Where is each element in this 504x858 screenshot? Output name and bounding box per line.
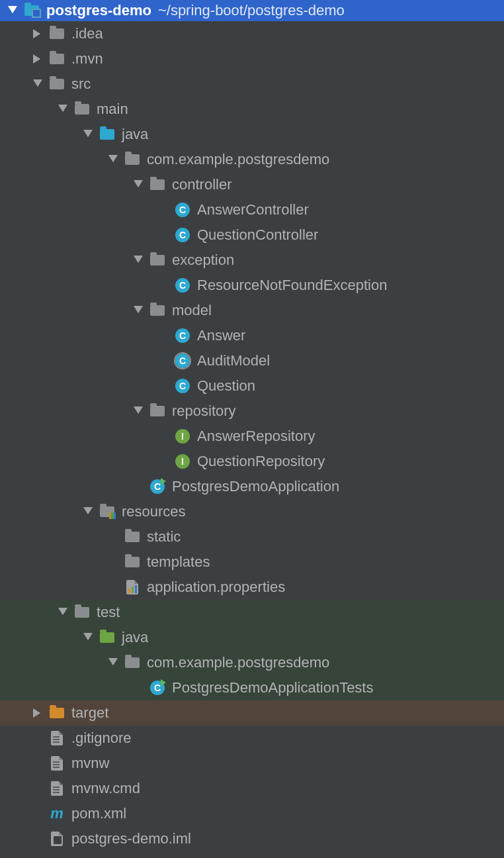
- tree-item-label: mvnw: [71, 756, 109, 771]
- svg-marker-0: [8, 6, 17, 13]
- tree-item-label: Question: [197, 379, 255, 393]
- svg-marker-10: [134, 406, 143, 414]
- tree-item-label: src: [71, 77, 91, 91]
- tree-row[interactable]: CAuditModel: [0, 348, 504, 373]
- tree-row[interactable]: IAnswerRepository: [0, 424, 504, 449]
- tree-row[interactable]: CQuestionController: [0, 222, 504, 248]
- java-class-icon: C: [175, 328, 190, 344]
- tree-row[interactable]: com.example.postgresdemo: [0, 147, 504, 172]
- tree-item-label: Answer: [197, 328, 245, 343]
- folder-icon: [124, 554, 140, 570]
- svg-marker-6: [108, 155, 118, 162]
- tree-row[interactable]: mvnw.cmd: [0, 776, 504, 801]
- tree-item-label: target: [71, 706, 108, 720]
- folder-icon: [49, 76, 65, 92]
- tree-row[interactable]: application.properties: [0, 575, 504, 600]
- tree-row[interactable]: templates: [0, 549, 504, 575]
- tree-root-row[interactable]: postgres-demo ~/spring-boot/postgres-dem…: [0, 0, 504, 21]
- tree-item-label: ResourceNotFoundException: [197, 278, 387, 293]
- tree-item-label: mvnw.cmd: [71, 781, 140, 796]
- tree-row[interactable]: .mvn: [0, 46, 504, 72]
- chevron-right-icon[interactable]: [30, 26, 45, 41]
- tree-row[interactable]: model: [0, 298, 504, 323]
- tree-row[interactable]: resources: [0, 499, 504, 524]
- chevron-down-icon[interactable]: [30, 77, 45, 91]
- java-class-icon: C: [175, 277, 190, 293]
- tree-item-label: postgres-demo.iml: [71, 832, 191, 846]
- tree-row[interactable]: repository: [0, 399, 504, 424]
- java-class-icon: C: [175, 378, 190, 394]
- tree-row[interactable]: CAnswer: [0, 323, 504, 348]
- tree-item-label: repository: [172, 404, 236, 418]
- java-interface-icon: I: [175, 453, 190, 469]
- chevron-down-icon[interactable]: [106, 152, 120, 167]
- file-icon: [49, 781, 65, 796]
- tree-item-label: templates: [147, 555, 210, 569]
- tree-row[interactable]: CPostgresDemoApplicationTests: [0, 675, 504, 700]
- folder-icon: [149, 177, 165, 193]
- chevron-right-icon[interactable]: [30, 52, 45, 66]
- tree-row[interactable]: mpom.xml: [0, 801, 504, 826]
- tree-row[interactable]: test: [0, 600, 504, 625]
- chevron-down-icon[interactable]: [81, 127, 95, 142]
- tree-item-label: AnswerRepository: [197, 429, 315, 444]
- tree-item-label: PostgresDemoApplication: [172, 479, 339, 494]
- tree-item-label: static: [147, 530, 181, 544]
- tree-row[interactable]: CAnswerController: [0, 197, 504, 222]
- java-runnable-class-icon: C: [149, 479, 165, 495]
- java-runnable-class-icon: C: [149, 680, 165, 696]
- tree-row[interactable]: src: [0, 72, 504, 97]
- tree-item-label: resources: [122, 504, 186, 519]
- tree-item-label: AnswerController: [197, 203, 309, 217]
- tree-item-label: QuestionRepository: [197, 454, 325, 469]
- tree-row[interactable]: CPostgresDemoApplication: [0, 474, 504, 499]
- java-abstract-class-icon: C: [175, 353, 190, 369]
- java-class-icon: C: [175, 227, 190, 243]
- tree-row[interactable]: target: [0, 700, 504, 726]
- tree-row[interactable]: IQuestionRepository: [0, 449, 504, 474]
- chevron-down-icon[interactable]: [56, 605, 70, 620]
- chevron-down-icon[interactable]: [56, 102, 70, 117]
- source-folder-icon: [99, 126, 115, 142]
- chevron-down-icon[interactable]: [5, 3, 20, 18]
- tree-row[interactable]: .gitignore: [0, 726, 504, 751]
- tree-row[interactable]: main: [0, 97, 504, 122]
- root-name: postgres-demo: [46, 3, 151, 18]
- chevron-down-icon[interactable]: [131, 404, 146, 418]
- tree-item-label: .idea: [71, 26, 103, 41]
- chevron-right-icon[interactable]: [30, 706, 45, 720]
- tree-row[interactable]: CQuestion: [0, 373, 504, 399]
- tree-row[interactable]: CResourceNotFoundException: [0, 273, 504, 298]
- chevron-down-icon[interactable]: [81, 504, 95, 519]
- chevron-down-icon[interactable]: [131, 303, 146, 318]
- tree-item-label: controller: [172, 177, 231, 192]
- folder-icon: [49, 51, 65, 67]
- tree-item-label: com.example.postgresdemo: [147, 655, 329, 670]
- svg-marker-1: [33, 29, 40, 38]
- tree-item-label: exception: [172, 253, 234, 267]
- chevron-down-icon[interactable]: [131, 253, 146, 267]
- tree-row[interactable]: .idea: [0, 21, 504, 46]
- tree-row[interactable]: java: [0, 122, 504, 147]
- folder-icon: [149, 252, 165, 268]
- tree-item-label: QuestionController: [197, 228, 318, 242]
- folder-icon: [149, 403, 165, 419]
- chevron-down-icon[interactable]: [106, 655, 120, 670]
- tree-item-label: PostgresDemoApplicationTests: [172, 681, 373, 695]
- tree-item-label: com.example.postgresdemo: [147, 152, 329, 167]
- folder-icon: [149, 303, 165, 318]
- tree-item-label: AuditModel: [197, 354, 270, 368]
- tree-row[interactable]: java: [0, 625, 504, 650]
- tree-row[interactable]: static: [0, 524, 504, 549]
- tree-row[interactable]: controller: [0, 172, 504, 197]
- tree-row[interactable]: mvnw: [0, 751, 504, 776]
- chevron-down-icon[interactable]: [131, 177, 146, 192]
- folder-icon: [124, 152, 140, 167]
- chevron-down-icon[interactable]: [81, 630, 95, 645]
- project-tree[interactable]: postgres-demo ~/spring-boot/postgres-dem…: [0, 0, 504, 851]
- tree-row[interactable]: com.example.postgresdemo: [0, 650, 504, 675]
- tree-row[interactable]: exception: [0, 248, 504, 273]
- tree-row[interactable]: postgres-demo.iml: [0, 826, 504, 851]
- tree-item-label: java: [122, 630, 148, 645]
- tree-item-label: pom.xml: [71, 806, 126, 821]
